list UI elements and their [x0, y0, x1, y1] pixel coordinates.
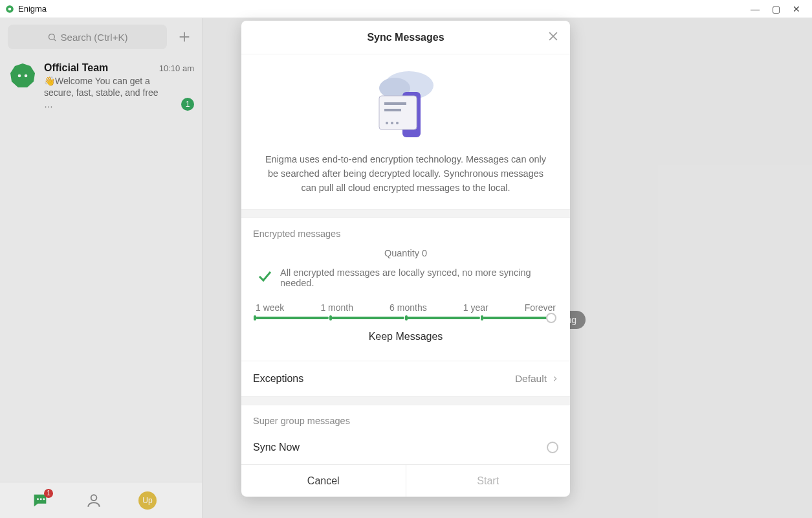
- exceptions-label: Exceptions: [253, 373, 303, 385]
- svg-point-23: [396, 122, 399, 124]
- encrypted-quantity: Quantity 0: [253, 248, 558, 258]
- modal-close-button[interactable]: [547, 30, 560, 45]
- sync-now-row[interactable]: Sync Now: [241, 439, 570, 464]
- sync-hero-illustration: [364, 66, 448, 144]
- modal-header: Sync Messages: [241, 21, 570, 54]
- slider-label-1week: 1 week: [256, 302, 284, 313]
- sync-now-label: Sync Now: [253, 442, 300, 453]
- exceptions-value: Default: [515, 373, 547, 385]
- chevron-right-icon: [552, 374, 558, 383]
- sync-now-radio[interactable]: [547, 442, 558, 453]
- keep-messages-label: Keep Messages: [256, 331, 556, 343]
- svg-point-1: [8, 7, 12, 10]
- exceptions-row[interactable]: Exceptions Default: [241, 361, 570, 396]
- slider-thumb[interactable]: [546, 313, 556, 323]
- modal-description: Enigma uses end-to-end encryption techno…: [265, 153, 547, 195]
- close-icon: [547, 30, 560, 43]
- app-icon: [5, 5, 14, 14]
- modal-body[interactable]: Enigma uses end-to-end encryption techno…: [241, 54, 570, 464]
- sync-messages-modal: Sync Messages Enigma: [241, 21, 570, 497]
- slider-label-1month: 1 month: [320, 302, 353, 313]
- window-maximize-button[interactable]: ▢: [765, 4, 786, 14]
- keep-messages-slider[interactable]: 1 week 1 month 6 months 1 year Forever K…: [253, 288, 558, 349]
- titlebar: Enigma — ▢ ✕: [0, 0, 812, 18]
- start-button[interactable]: Start: [406, 465, 571, 497]
- svg-point-21: [386, 122, 388, 124]
- app-title: Enigma: [18, 4, 47, 14]
- window-close-button[interactable]: ✕: [786, 4, 807, 14]
- encrypted-synced-status: All encrypted messages are locally synce…: [280, 267, 554, 288]
- cancel-button[interactable]: Cancel: [241, 465, 406, 497]
- slider-label-forever: Forever: [525, 302, 556, 313]
- supergroup-section-label: Super group messages: [253, 416, 558, 426]
- slider-label-1year: 1 year: [463, 302, 488, 313]
- modal-title: Sync Messages: [367, 32, 444, 43]
- encrypted-section-label: Encrypted messages: [253, 229, 558, 239]
- svg-point-22: [391, 122, 393, 124]
- checkmark-icon: [257, 268, 272, 287]
- window-minimize-button[interactable]: —: [745, 4, 765, 14]
- svg-rect-18: [379, 96, 417, 130]
- modal-footer: Cancel Start: [241, 464, 570, 497]
- slider-label-6months: 6 months: [390, 302, 427, 313]
